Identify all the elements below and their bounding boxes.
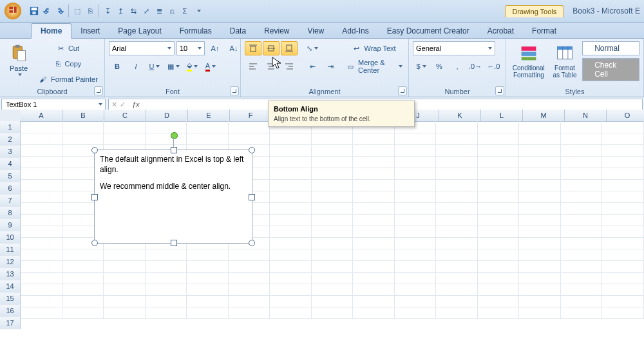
save-icon[interactable] bbox=[28, 5, 40, 17]
cell[interactable] bbox=[395, 156, 437, 168]
cell[interactable] bbox=[353, 144, 395, 157]
cell[interactable] bbox=[62, 133, 104, 145]
cell[interactable] bbox=[602, 284, 644, 296]
cell[interactable] bbox=[478, 284, 520, 296]
cell[interactable] bbox=[312, 272, 354, 284]
cell[interactable] bbox=[21, 260, 62, 273]
row-header[interactable]: 10 bbox=[0, 231, 21, 244]
cell[interactable] bbox=[436, 202, 478, 215]
cell[interactable] bbox=[395, 226, 437, 238]
cell[interactable] bbox=[62, 272, 104, 284]
qat-icon[interactable]: ↥ bbox=[115, 5, 126, 17]
cell[interactable] bbox=[229, 133, 270, 145]
increase-decimal-button[interactable]: .0→ bbox=[467, 59, 484, 73]
qat-icon[interactable]: ⬚ bbox=[71, 5, 83, 17]
column-header[interactable]: A bbox=[21, 110, 62, 122]
italic-button[interactable]: I bbox=[128, 59, 144, 73]
cell[interactable] bbox=[104, 133, 146, 145]
cell[interactable] bbox=[602, 121, 644, 133]
cell[interactable] bbox=[395, 179, 437, 191]
dialog-launcher-icon[interactable] bbox=[495, 86, 504, 95]
cell[interactable] bbox=[146, 249, 187, 261]
row-header[interactable]: 2 bbox=[0, 133, 21, 146]
cell[interactable] bbox=[395, 191, 437, 203]
tab-formulas[interactable]: Formulas bbox=[171, 24, 221, 38]
row-header[interactable]: 14 bbox=[0, 280, 21, 293]
cell[interactable] bbox=[353, 214, 395, 226]
cell[interactable] bbox=[436, 226, 478, 238]
row-header[interactable]: 9 bbox=[0, 219, 21, 231]
column-header[interactable]: K bbox=[439, 110, 481, 122]
cell[interactable] bbox=[519, 226, 561, 238]
cell[interactable] bbox=[104, 260, 146, 273]
cell[interactable] bbox=[270, 202, 312, 215]
qat-icon[interactable]: ↧ bbox=[102, 5, 113, 17]
dialog-launcher-icon[interactable] bbox=[398, 86, 407, 95]
row-header[interactable]: 12 bbox=[0, 256, 21, 268]
tab-addins[interactable]: Add-Ins bbox=[333, 24, 377, 38]
row-header[interactable]: 16 bbox=[0, 305, 21, 317]
cell[interactable] bbox=[561, 272, 603, 284]
cell[interactable] bbox=[395, 202, 437, 215]
wrap-text-button[interactable]: ↩ Wrap Text bbox=[345, 41, 404, 55]
font-size-select[interactable]: 10 bbox=[176, 41, 205, 55]
comma-button[interactable]: , bbox=[449, 59, 466, 73]
row-header[interactable]: 7 bbox=[0, 195, 21, 207]
cell[interactable] bbox=[561, 168, 603, 180]
cell[interactable] bbox=[478, 307, 520, 319]
resize-handle[interactable] bbox=[91, 147, 98, 153]
tab-data[interactable]: Data bbox=[221, 24, 255, 38]
cell[interactable] bbox=[478, 144, 520, 157]
cell[interactable] bbox=[104, 272, 146, 284]
cell[interactable] bbox=[21, 191, 62, 203]
qat-icon[interactable]: ≣ bbox=[153, 5, 165, 17]
cell[interactable] bbox=[229, 249, 270, 261]
cell[interactable] bbox=[229, 260, 270, 273]
tab-acrobat[interactable]: Acrobat bbox=[478, 24, 523, 38]
cell[interactable] bbox=[602, 260, 644, 273]
cell[interactable] bbox=[270, 272, 312, 284]
row-header[interactable]: 15 bbox=[0, 293, 21, 305]
cell[interactable] bbox=[561, 214, 603, 226]
cell[interactable] bbox=[436, 191, 478, 203]
cell[interactable] bbox=[395, 168, 437, 180]
column-header[interactable]: B bbox=[62, 110, 104, 122]
tab-page-layout[interactable]: Page Layout bbox=[109, 24, 170, 38]
border-button[interactable]: ▦ bbox=[165, 59, 182, 73]
cell[interactable] bbox=[353, 260, 395, 273]
qat-icon[interactable]: ⤢ bbox=[140, 5, 152, 17]
cell[interactable] bbox=[21, 144, 62, 157]
resize-handle[interactable] bbox=[249, 147, 255, 153]
cell[interactable] bbox=[436, 168, 478, 180]
resize-handle[interactable] bbox=[91, 240, 98, 246]
cell[interactable] bbox=[436, 179, 478, 191]
cell[interactable] bbox=[312, 284, 354, 296]
cell[interactable] bbox=[312, 295, 354, 307]
cell[interactable] bbox=[21, 284, 62, 296]
name-box-input[interactable] bbox=[2, 101, 97, 108]
orientation-button[interactable]: ⤡ bbox=[304, 41, 321, 55]
rotation-handle[interactable] bbox=[171, 132, 178, 139]
cell[interactable] bbox=[353, 295, 395, 307]
bold-button[interactable]: B bbox=[109, 59, 126, 73]
cell[interactable] bbox=[602, 226, 644, 238]
tab-format[interactable]: Format bbox=[523, 24, 565, 38]
cell[interactable] bbox=[21, 179, 62, 191]
cell[interactable] bbox=[187, 295, 229, 307]
cell[interactable] bbox=[229, 284, 270, 296]
top-align-button[interactable] bbox=[245, 41, 261, 55]
cell[interactable] bbox=[312, 168, 354, 180]
row-header[interactable]: 3 bbox=[0, 146, 21, 158]
cell[interactable] bbox=[62, 284, 104, 296]
cell[interactable] bbox=[602, 307, 644, 319]
cell[interactable] bbox=[519, 249, 561, 261]
row-header[interactable]: 1 bbox=[0, 121, 21, 133]
shrink-font-button[interactable]: A↓ bbox=[225, 41, 242, 55]
cell[interactable] bbox=[21, 121, 62, 133]
cell[interactable] bbox=[561, 202, 603, 215]
decrease-indent-button[interactable]: ⇤ bbox=[304, 59, 321, 73]
cell[interactable] bbox=[519, 144, 561, 157]
cell[interactable] bbox=[187, 284, 229, 296]
cell[interactable] bbox=[312, 226, 354, 238]
column-header[interactable]: M bbox=[523, 110, 565, 122]
